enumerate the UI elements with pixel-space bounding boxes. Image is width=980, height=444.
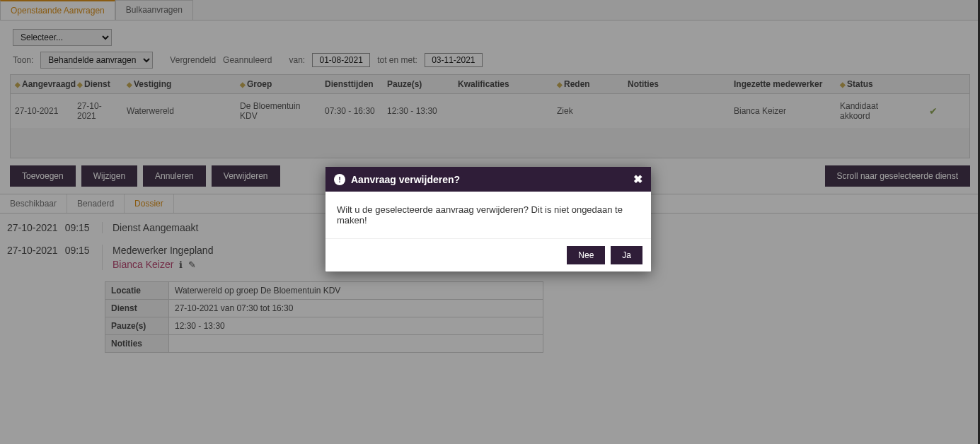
confirm-delete-modal: ! Aanvraag verwijderen? ✖ Wilt u de gese…: [325, 167, 651, 271]
modal-footer: Nee Ja: [325, 239, 651, 271]
nee-button[interactable]: Nee: [567, 246, 605, 264]
warning-icon: !: [334, 174, 345, 185]
modal-title: Aanvraag verwijderen?: [351, 174, 460, 185]
close-icon[interactable]: ✖: [633, 173, 642, 186]
page-root: Openstaande Aanvragen Bulkaanvragen Sele…: [0, 0, 980, 444]
modal-header: ! Aanvraag verwijderen? ✖: [325, 167, 651, 192]
modal-body: Wilt u de geselecteerde aanvraag verwijd…: [325, 192, 651, 239]
ja-button[interactable]: Ja: [611, 246, 642, 264]
